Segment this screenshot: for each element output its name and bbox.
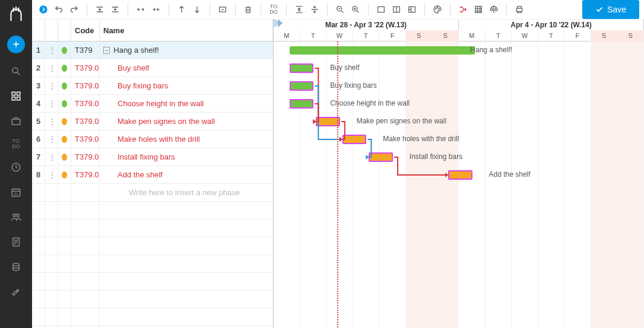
drag-handle-icon[interactable]: ⋮ <box>45 166 58 183</box>
task-code[interactable]: T379.01 <box>71 59 100 77</box>
task-name[interactable]: Make pen signes on the wall <box>100 113 273 130</box>
day-header[interactable]: T <box>486 30 512 42</box>
gantt-bar[interactable] <box>448 170 472 180</box>
task-code[interactable]: T379.05 <box>71 130 100 148</box>
insert-below-icon[interactable] <box>109 3 122 16</box>
task-code[interactable]: T379.03 <box>71 95 100 112</box>
gantt-bar[interactable] <box>369 152 393 162</box>
day-header[interactable]: S <box>406 30 433 42</box>
zoom-out-icon[interactable] <box>334 3 347 16</box>
minimize-icon[interactable] <box>216 3 229 16</box>
search-icon[interactable] <box>9 64 23 78</box>
gantt-bar[interactable] <box>342 135 367 144</box>
task-row[interactable]: 7⋮T379.06Install fixing bars <box>32 148 273 166</box>
week-header[interactable]: Mar 28 - Apr 3 '22 (W.13) <box>274 20 459 30</box>
redo-icon[interactable] <box>68 3 81 16</box>
day-header[interactable]: W <box>512 30 538 42</box>
svg-rect-4 <box>17 97 20 100</box>
collapse-all-icon[interactable] <box>293 3 306 16</box>
briefcase-icon[interactable] <box>9 114 23 128</box>
task-row[interactable]: 5⋮T379.04Make pen signes on the wall <box>32 113 273 130</box>
day-header[interactable]: M <box>274 30 300 42</box>
task-name[interactable]: Choose height in the wall <box>100 95 273 112</box>
zoom-in-icon[interactable] <box>349 3 362 16</box>
print-icon[interactable] <box>513 3 526 16</box>
svg-point-10 <box>17 214 20 217</box>
drag-handle-icon[interactable]: ⋮ <box>45 148 58 165</box>
task-name[interactable]: Buy shelf <box>100 59 273 77</box>
row-index: 6 <box>32 130 45 148</box>
task-code[interactable]: T379.04 <box>71 113 100 130</box>
task-row[interactable]: 6⋮T379.05Make holes with the drill <box>32 130 273 148</box>
todo-nav[interactable]: TO DO <box>12 139 20 149</box>
day-header[interactable]: F <box>564 30 591 42</box>
day-header[interactable]: S <box>591 30 618 42</box>
task-row[interactable]: 4⋮T379.03Choose height in the wall <box>32 95 273 113</box>
people-icon[interactable] <box>9 210 23 224</box>
document-icon[interactable] <box>9 235 23 249</box>
day-header[interactable]: W <box>326 30 353 42</box>
move-up-icon[interactable] <box>175 3 188 16</box>
new-phase-input[interactable]: Write here to insert a new phase <box>100 184 273 201</box>
task-code[interactable]: T379.07 <box>71 166 100 183</box>
task-name[interactable]: Add the shelf <box>100 166 273 183</box>
balance-icon[interactable] <box>487 3 500 16</box>
layout2-icon[interactable] <box>390 3 403 16</box>
task-name[interactable]: Make holes with the drill <box>100 130 273 148</box>
calendar-icon[interactable]: 31 <box>9 185 23 199</box>
gantt-bar[interactable] <box>290 99 314 109</box>
task-code[interactable]: T379 <box>71 42 100 59</box>
day-header[interactable]: S <box>617 30 644 42</box>
drag-handle-icon[interactable]: ⋮ <box>45 59 58 77</box>
week-header[interactable]: Apr 4 - Apr 10 '22 (W.14) <box>459 20 644 30</box>
day-header[interactable]: T <box>300 30 327 42</box>
day-header[interactable]: S <box>432 30 459 42</box>
svg-point-21 <box>437 7 437 8</box>
undo-icon[interactable] <box>52 3 65 16</box>
palette-icon[interactable] <box>431 3 444 16</box>
critical-path-icon[interactable] <box>456 3 469 16</box>
expand-all-icon[interactable] <box>308 3 321 16</box>
drag-handle-icon[interactable]: ⋮ <box>45 95 58 112</box>
layout3-icon[interactable] <box>405 3 418 16</box>
drag-handle-icon[interactable]: ⋮ <box>45 113 58 130</box>
gantt-bar[interactable] <box>316 117 340 126</box>
drag-handle-icon[interactable]: ⋮ <box>45 77 58 94</box>
save-button[interactable]: Save <box>582 0 639 19</box>
col-code[interactable]: Code <box>71 20 100 41</box>
task-code[interactable]: T379.06 <box>71 148 100 165</box>
drag-handle-icon[interactable]: ⋮ <box>45 130 58 148</box>
task-code[interactable]: T379.02 <box>71 77 100 94</box>
task-name[interactable]: −Hang a shelf! <box>100 42 273 59</box>
gantt-bar[interactable] <box>290 46 475 55</box>
dashboard-icon[interactable] <box>9 89 23 103</box>
day-header[interactable]: F <box>379 30 406 42</box>
layout1-icon[interactable] <box>375 3 388 16</box>
move-down-icon[interactable] <box>191 3 204 16</box>
outdent-icon[interactable] <box>134 3 147 16</box>
coins-icon[interactable] <box>9 260 23 274</box>
insert-above-icon[interactable] <box>93 3 106 16</box>
expand-icon[interactable] <box>37 3 50 16</box>
indent-icon[interactable] <box>150 3 163 16</box>
task-row[interactable]: 2⋮T379.01Buy shelf <box>32 59 273 77</box>
todo-toolbar-icon[interactable]: TO DO <box>267 3 280 16</box>
wrench-icon[interactable] <box>9 285 23 299</box>
gantt-bar[interactable] <box>290 63 314 73</box>
grid-icon[interactable] <box>472 3 485 16</box>
split-slider[interactable] <box>274 20 283 27</box>
clock-icon[interactable] <box>9 160 23 174</box>
task-row[interactable]: 3⋮T379.02Buy fixing bars <box>32 77 273 95</box>
day-header[interactable]: T <box>353 30 380 42</box>
day-header[interactable]: M <box>459 30 486 42</box>
add-button[interactable]: + <box>7 36 25 53</box>
task-name[interactable]: Install fixing bars <box>100 148 273 165</box>
drag-handle-icon[interactable]: ⋮ <box>45 42 58 59</box>
delete-icon[interactable] <box>242 3 255 16</box>
gantt-bar[interactable] <box>290 81 314 91</box>
col-name[interactable]: Name <box>100 20 273 41</box>
task-row[interactable]: 1⋮T379−Hang a shelf! <box>32 42 273 59</box>
day-header[interactable]: T <box>538 30 565 42</box>
task-name[interactable]: Buy fixing bars <box>100 77 273 94</box>
task-row[interactable]: 8⋮T379.07Add the shelf <box>32 166 273 184</box>
